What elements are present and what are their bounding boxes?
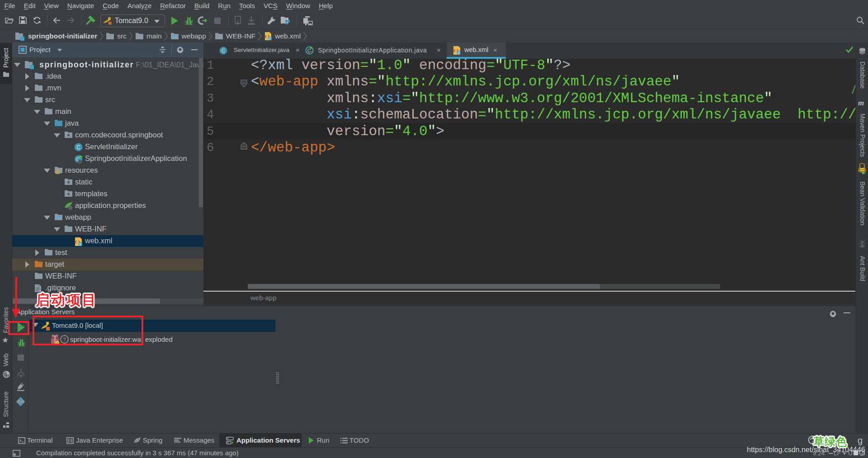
svg-text:C: C — [76, 144, 80, 151]
svg-text:?: ? — [63, 337, 66, 342]
svg-text:C: C — [222, 48, 225, 53]
